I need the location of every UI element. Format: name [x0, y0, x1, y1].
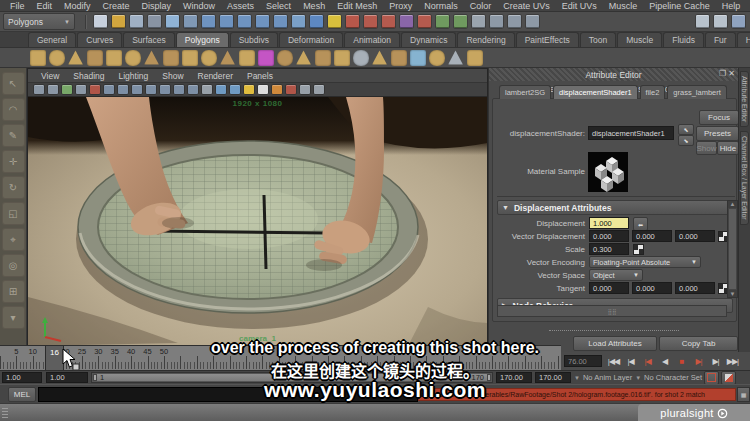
node-tab[interactable]: displacementShader1	[553, 85, 638, 99]
tangent-y-field[interactable]: 0.000	[632, 282, 672, 294]
snap-projected-center-icon[interactable]	[255, 14, 270, 29]
panel-menu-item[interactable]: View	[34, 71, 66, 81]
hide-button[interactable]: Hide	[717, 141, 739, 155]
snap-curve-icon[interactable]	[219, 14, 234, 29]
new-scene-icon[interactable]	[93, 14, 108, 29]
select-tool-icon[interactable]: ↖	[2, 72, 25, 95]
shelf-tab[interactable]: General	[28, 32, 76, 47]
menu-item[interactable]: Proxy	[383, 1, 418, 11]
render-settings-icon[interactable]	[525, 14, 540, 29]
menu-item[interactable]: File	[4, 1, 31, 11]
texture-map-icon[interactable]	[633, 244, 644, 255]
scroll-up-icon[interactable]: ▲	[730, 201, 736, 207]
snap-grid-icon[interactable]	[201, 14, 216, 29]
menu-item[interactable]: Muscle	[603, 1, 644, 11]
float-panel-icon[interactable]: ❐	[719, 69, 726, 78]
safe-title-icon[interactable]	[173, 84, 185, 95]
select-object-icon[interactable]	[165, 14, 180, 29]
shelf-tab[interactable]: Dynamics	[401, 32, 456, 47]
shaded-icon[interactable]	[215, 84, 227, 95]
poly-platonic-icon[interactable]	[239, 50, 255, 66]
menu-set-dropdown[interactable]: Polygons▼	[3, 13, 75, 30]
displacement-attributes-section-header[interactable]: ▼ Displacement Attributes	[497, 200, 733, 215]
poly-plane-icon[interactable]	[106, 50, 122, 66]
snap-magnet-4-icon[interactable]	[417, 14, 432, 29]
select-camera-icon[interactable]	[33, 84, 45, 95]
vertical-scrollbar[interactable]: ▲ ▼	[727, 200, 738, 298]
shelf-tab[interactable]: Curves	[77, 32, 122, 47]
attribute-editor-titlebar[interactable]: Attribute Editor ❐ ✕	[489, 68, 738, 81]
poly-cube-icon[interactable]	[49, 50, 65, 66]
input-connections-icon[interactable]	[435, 14, 450, 29]
make-live-icon[interactable]	[291, 14, 306, 29]
wireframe-icon[interactable]	[201, 84, 213, 95]
open-scene-icon[interactable]	[111, 14, 126, 29]
poly-helix-icon[interactable]	[201, 50, 217, 66]
show-manip-tool-icon[interactable]: ⊞	[2, 280, 25, 303]
bookmark-icon[interactable]	[61, 84, 73, 95]
smooth-icon[interactable]	[258, 50, 274, 66]
poly-sphere-icon[interactable]	[30, 50, 46, 66]
tangent-z-field[interactable]: 0.000	[675, 282, 715, 294]
shelf-tab[interactable]: Surfaces	[123, 32, 175, 47]
scrollbar-thumb[interactable]	[728, 208, 737, 290]
poly-torus-icon[interactable]	[125, 50, 141, 66]
append-polygon-icon[interactable]	[467, 50, 483, 66]
split-polygon-icon[interactable]	[448, 50, 464, 66]
quick-help-icon[interactable]	[309, 14, 324, 29]
shadows-icon[interactable]	[271, 84, 283, 95]
snap-magnet-icon[interactable]	[363, 14, 378, 29]
combine-icon[interactable]	[296, 50, 312, 66]
isolate-select-icon[interactable]	[285, 84, 297, 95]
select-component-icon[interactable]	[183, 14, 198, 29]
node-tab[interactable]: grass_lambert	[667, 85, 727, 99]
vector-encoding-dropdown[interactable]: Floating-Point Absolute ▼	[589, 256, 701, 268]
bridge-icon[interactable]	[391, 50, 407, 66]
extract-icon[interactable]	[334, 50, 350, 66]
resolution-gate-icon[interactable]	[117, 84, 129, 95]
poly-cone-icon[interactable]	[87, 50, 103, 66]
sidebar-vertical-tab[interactable]: Channel Box / Layer Editor	[740, 131, 749, 225]
poly-cylinder-icon[interactable]	[68, 50, 84, 66]
output-connections-icon[interactable]	[453, 14, 468, 29]
menu-item[interactable]: Mesh	[297, 1, 331, 11]
snap-view-plane-icon[interactable]	[273, 14, 288, 29]
menu-item[interactable]: Window	[177, 1, 221, 11]
shader-name-field[interactable]: displacementShader1	[588, 126, 674, 140]
focus-button[interactable]: Focus	[699, 110, 739, 125]
safe-action-icon[interactable]	[159, 84, 171, 95]
menu-item[interactable]: Edit	[31, 1, 59, 11]
film-gate-icon[interactable]	[103, 84, 115, 95]
textured-icon[interactable]	[229, 84, 241, 95]
panel-menu-item[interactable]: Shading	[66, 71, 111, 81]
map-connection-icon[interactable]: ⬅	[633, 217, 648, 231]
viewport-panel[interactable]: ViewShadingLightingShowRendererPanels	[27, 68, 488, 345]
last-tool-icon[interactable]: ▾	[2, 306, 25, 329]
construction-history-icon[interactable]	[471, 14, 486, 29]
render-view-icon[interactable]	[489, 14, 504, 29]
panel-menu-item[interactable]: Renderer	[191, 71, 240, 81]
booleans-icon[interactable]	[353, 50, 369, 66]
shelf-tab[interactable]: Rendering	[457, 32, 514, 47]
panel-menu-item[interactable]: Show	[155, 71, 190, 81]
vector-displacement-x-field[interactable]: 0.000	[589, 230, 629, 242]
2d-pan-zoom-icon[interactable]	[89, 84, 101, 95]
menu-item[interactable]: Create	[97, 1, 136, 11]
save-scene-icon[interactable]	[129, 14, 144, 29]
universal-manip-tool-icon[interactable]: ⌖	[2, 228, 25, 251]
menu-item[interactable]: Select	[260, 1, 297, 11]
snap-point-icon[interactable]	[237, 14, 252, 29]
use-all-lights-icon[interactable]	[243, 84, 255, 95]
panel-menu-item[interactable]: Panels	[240, 71, 280, 81]
presets-button[interactable]: Presets	[696, 126, 739, 141]
default-light-icon[interactable]	[257, 84, 269, 95]
shelf-tab[interactable]: Hair	[737, 32, 750, 47]
snap-magnet-3-icon[interactable]	[399, 14, 414, 29]
displacement-field[interactable]: 1.000	[589, 217, 629, 229]
camera-attributes-icon[interactable]	[47, 84, 59, 95]
bevel-icon[interactable]	[372, 50, 388, 66]
scale-field[interactable]: 0.300	[589, 243, 629, 255]
move-tool-icon[interactable]: ✛	[2, 150, 25, 173]
tangent-x-field[interactable]: 0.000	[589, 282, 629, 294]
rotate-tool-icon[interactable]: ↻	[2, 176, 25, 199]
